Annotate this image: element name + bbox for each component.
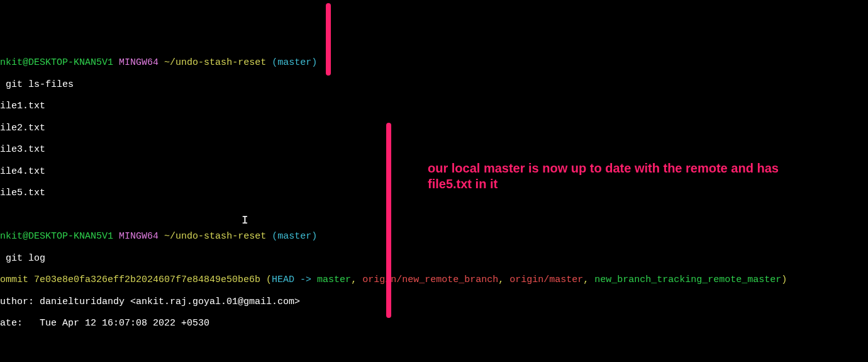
annotation-divider-icon <box>326 3 331 76</box>
host: DESKTOP-KNAN5V1 <box>28 57 113 68</box>
file-output: ile2.txt <box>0 123 868 133</box>
at: @ <box>23 57 28 68</box>
shell: MINGW64 <box>119 231 159 242</box>
date-line: ate: Tue Apr 12 16:07:08 2022 +0530 <box>0 318 868 329</box>
remote-ref: origin/master <box>509 274 583 285</box>
terminal-output[interactable]: nkit@DESKTOP-KNAN5V1 MINGW64 ~/undo-stas… <box>0 43 868 362</box>
remote-ref: origin/new_remote_branch <box>362 274 498 285</box>
path: ~/undo-stash-reset <box>164 231 266 242</box>
at: @ <box>23 231 28 242</box>
host: DESKTOP-KNAN5V1 <box>28 231 113 242</box>
head-ref: HEAD -> <box>272 274 317 285</box>
branch: (master) <box>272 231 317 242</box>
branch: (master) <box>272 57 317 68</box>
branch-master: master <box>317 274 351 285</box>
annotation-text: our local master is now up to date with … <box>428 161 824 192</box>
command: git ls-files <box>0 79 868 90</box>
paren-close: ) <box>781 274 787 285</box>
user: nkit <box>0 57 23 68</box>
text-cursor-icon: I <box>242 214 248 227</box>
author-line: uthor: danielturidandy <ankit.raj.goyal.… <box>0 297 868 307</box>
sep: , <box>583 274 594 285</box>
command: git log <box>0 253 868 264</box>
file-output: ile1.txt <box>0 101 868 111</box>
commit-header: ommit 7e03e8e0fa326eff2b2024607f7e84849e… <box>0 274 868 285</box>
paren-open: ( <box>260 274 272 285</box>
commit-prefix: ommit <box>0 274 34 285</box>
user: nkit <box>0 231 23 242</box>
blank-line <box>0 340 868 351</box>
file-output: ile3.txt <box>0 144 868 155</box>
sep: , <box>351 274 362 285</box>
local-ref: new_branch_tracking_remote_master <box>594 274 781 285</box>
sep: , <box>498 274 509 285</box>
prompt-line: nkit@DESKTOP-KNAN5V1 MINGW64 ~/undo-stas… <box>0 231 868 242</box>
blank-line <box>0 210 868 220</box>
prompt-line: nkit@DESKTOP-KNAN5V1 MINGW64 ~/undo-stas… <box>0 57 868 68</box>
commit-hash: 7e03e8e0fa326eff2b2024607f7e84849e50be6b <box>34 274 260 285</box>
path: ~/undo-stash-reset <box>164 57 266 68</box>
annotation-divider-icon <box>386 123 391 318</box>
shell: MINGW64 <box>119 57 159 68</box>
